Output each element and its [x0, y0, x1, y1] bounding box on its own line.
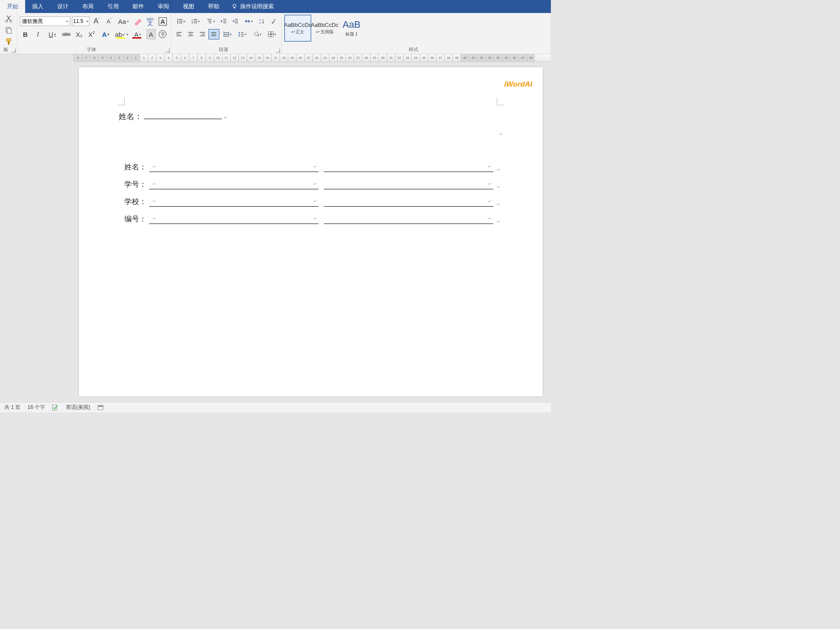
- svg-rect-10: [179, 19, 182, 19]
- subscript-button[interactable]: X2: [74, 29, 85, 39]
- multilevel-list-button[interactable]: ▾: [204, 16, 218, 26]
- shrink-font-button[interactable]: Aˇ: [104, 16, 114, 26]
- increase-indent-button[interactable]: [230, 16, 241, 26]
- superscript-button[interactable]: X2: [86, 29, 97, 39]
- distributed-button[interactable]: ▾: [220, 29, 234, 39]
- svg-rect-34: [176, 32, 182, 32]
- borders-button[interactable]: ▾: [265, 29, 279, 39]
- macro-button[interactable]: [97, 405, 104, 411]
- sort-button[interactable]: AZ: [257, 16, 267, 26]
- row-label: 学号：: [119, 179, 147, 189]
- tab-references[interactable]: 引用: [101, 0, 126, 13]
- spellcheck-button[interactable]: [52, 405, 59, 411]
- row-cell[interactable]: ↵: [324, 160, 493, 172]
- table-row[interactable]: 学校：↵↵↵↵: [119, 191, 503, 207]
- page-count[interactable]: 共 1 页: [4, 404, 20, 411]
- paragraph-launcher[interactable]: [276, 48, 280, 52]
- style-no-spacing[interactable]: AaBbCcDc ↩ 无间隔: [311, 15, 338, 42]
- page[interactable]: iWordAI 姓名： ↵ ↵ 姓名：↵↵↵↵学号：↵↵↵↵学校：↵↵↵↵编号：…: [79, 67, 543, 396]
- underline-button[interactable]: U: [45, 29, 59, 39]
- show-marks-button[interactable]: [268, 16, 279, 26]
- tab-help[interactable]: 帮助: [201, 0, 226, 13]
- row-cell[interactable]: ↵: [324, 195, 493, 207]
- svg-point-2: [5, 20, 7, 23]
- row-cell[interactable]: ↵↵: [149, 212, 319, 224]
- svg-text:Z: Z: [259, 22, 261, 24]
- tab-view[interactable]: 视图: [176, 0, 201, 13]
- bold-button[interactable]: B: [20, 29, 31, 39]
- strikethrough-button[interactable]: abc: [61, 29, 72, 39]
- svg-rect-39: [188, 36, 193, 36]
- row-cell[interactable]: ↵↵: [149, 195, 319, 207]
- cut-icon[interactable]: [4, 15, 13, 23]
- form-table[interactable]: 姓名：↵↵↵↵学号：↵↵↵↵学校：↵↵↵↵编号：↵↵↵↵: [119, 156, 503, 224]
- tell-me-label: 操作说明搜索: [240, 3, 274, 10]
- word-count[interactable]: 16 个字: [27, 404, 45, 411]
- language-button[interactable]: 英语(美国): [66, 404, 90, 411]
- row-cell[interactable]: ↵: [324, 212, 493, 224]
- name-underline[interactable]: [144, 110, 222, 119]
- decrease-indent-button[interactable]: [218, 16, 229, 26]
- enclose-char-button[interactable]: 字: [157, 29, 168, 39]
- group-styles: AaBbCcDc ↩ 正文 AaBbCcDc ↩ 无间隔 AaB 标题 1 样式: [282, 13, 551, 54]
- tab-design[interactable]: 设计: [50, 0, 75, 13]
- style-heading1[interactable]: AaB 标题 1: [338, 15, 365, 42]
- style-normal[interactable]: AaBbCcDc ↩ 正文: [284, 15, 311, 42]
- table-row[interactable]: 学号：↵↵↵↵: [119, 174, 503, 189]
- row-cell[interactable]: ↵: [324, 177, 493, 189]
- table-row[interactable]: 编号：↵↵↵↵: [119, 208, 503, 224]
- align-justify-button[interactable]: [208, 29, 219, 39]
- styles-group-label: 样式: [282, 46, 545, 53]
- italic-button[interactable]: I: [33, 29, 43, 39]
- svg-rect-5: [7, 29, 11, 33]
- grow-font-button[interactable]: Aˆ: [91, 16, 102, 26]
- svg-marker-8: [135, 19, 141, 25]
- text-effects-button[interactable]: A: [99, 29, 113, 39]
- align-left-button[interactable]: [174, 29, 185, 39]
- font-name-combo[interactable]: 微软雅黑▾: [20, 16, 70, 26]
- char-border-button[interactable]: A: [157, 16, 168, 26]
- asian-layout-button[interactable]: ▾: [241, 16, 255, 26]
- row-cell[interactable]: ↵↵: [149, 177, 319, 189]
- tab-insert[interactable]: 插入: [25, 0, 50, 13]
- tab-layout[interactable]: 布局: [75, 0, 101, 13]
- row-cell[interactable]: ↵↵: [149, 160, 319, 172]
- tell-me-search[interactable]: 操作说明搜索: [226, 0, 279, 13]
- format-painter-icon[interactable]: [4, 37, 13, 46]
- line-spacing-button[interactable]: ▾: [235, 29, 249, 39]
- font-size-combo[interactable]: 11.5▾: [72, 16, 90, 26]
- align-center-button[interactable]: [186, 29, 196, 39]
- svg-rect-23: [209, 23, 212, 23]
- svg-point-9: [177, 19, 178, 20]
- highlight-button[interactable]: ab↙: [114, 29, 129, 39]
- svg-rect-53: [241, 36, 244, 36]
- svg-rect-57: [270, 32, 271, 37]
- font-name-value: 微软雅黑: [22, 18, 43, 25]
- font-color-button[interactable]: A: [130, 29, 145, 39]
- clear-formatting-button[interactable]: [132, 16, 143, 26]
- char-shading-button[interactable]: A: [147, 29, 156, 39]
- change-case-button[interactable]: Aa: [116, 16, 130, 26]
- table-row[interactable]: 姓名：↵↵↵↵: [119, 156, 503, 172]
- align-right-button[interactable]: [197, 29, 208, 39]
- group-clipboard: 板: [0, 13, 17, 54]
- horizontal-ruler[interactable]: 8765432112345678910111213141516171819202…: [74, 54, 551, 62]
- shading-button[interactable]: ▾: [250, 29, 264, 39]
- styles-gallery[interactable]: AaBbCcDc ↩ 正文 AaBbCcDc ↩ 无间隔 AaB 标题 1: [284, 15, 548, 42]
- copy-icon[interactable]: [4, 26, 13, 35]
- phonetic-guide-button[interactable]: wén文: [145, 16, 156, 26]
- font-launcher[interactable]: [165, 48, 169, 52]
- tab-review[interactable]: 审阅: [151, 0, 176, 13]
- bullets-button[interactable]: ▾: [174, 16, 188, 26]
- document-area[interactable]: iWordAI 姓名： ↵ ↵ 姓名：↵↵↵↵学号：↵↵↵↵学校：↵↵↵↵编号：…: [0, 62, 551, 402]
- svg-point-3: [10, 20, 12, 23]
- para-mark: ↵: [499, 132, 503, 136]
- crop-mark-tl: [117, 97, 125, 105]
- row-label: 学校：: [119, 197, 147, 207]
- numbering-button[interactable]: 123▾: [189, 16, 202, 26]
- tab-home[interactable]: 开始: [0, 0, 25, 13]
- clipboard-launcher[interactable]: [11, 48, 16, 52]
- page-content[interactable]: 姓名： ↵ ↵ 姓名：↵↵↵↵学号：↵↵↵↵学校：↵↵↵↵编号：↵↵↵↵: [119, 110, 503, 226]
- name-line[interactable]: 姓名： ↵: [119, 110, 503, 122]
- tab-mailings[interactable]: 邮件: [126, 0, 151, 13]
